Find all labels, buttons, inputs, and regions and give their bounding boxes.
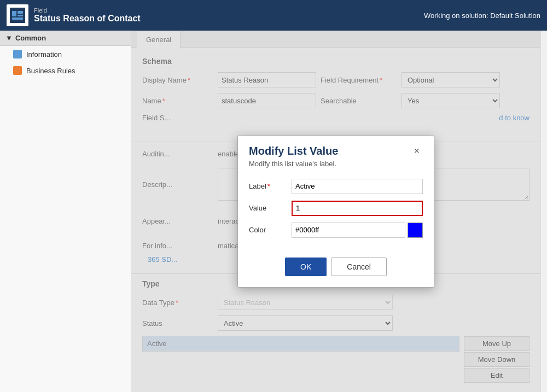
scrollbar[interactable] [540,31,547,392]
sidebar-item-business-rules[interactable]: Business Rules [0,62,131,79]
header-sub-title: Field [34,7,141,14]
sidebar: ▼ Common Information Business Rules [0,31,131,392]
dialog-label-input[interactable] [292,179,423,194]
dialog-color-row: Color [249,223,423,238]
dialog-label-field-label: Label* [249,182,287,190]
info-icon [13,50,22,58]
dialog-value-input[interactable] [292,201,423,216]
dialog-header: Modify List Value × [238,136,434,160]
header-solution-label: Working on solution: Default Solution [424,11,540,20]
dialog-body: Label* Value Color [238,177,434,253]
header-title-area: Field Status Reason of Contact [34,7,141,24]
dialog-value-row: Value [249,201,423,216]
sidebar-section-label: Common [15,34,46,42]
chevron-icon: ▼ [5,34,13,42]
dialog-color-field-label: Color [249,226,287,234]
header-main-title: Status Reason of Contact [34,14,141,24]
sidebar-item-information-label: Information [26,50,62,58]
cancel-button[interactable]: Cancel [331,258,387,276]
color-input-wrap [292,223,423,238]
sidebar-section-common: ▼ Common Information Business Rules [0,31,131,79]
dialog-label-row: Label* [249,179,423,194]
color-swatch[interactable] [408,223,423,238]
dialog-value-field-label: Value [249,204,287,212]
dialog-subtitle: Modify this list value's label. [238,160,434,177]
dialog-footer: OK Cancel [238,253,434,287]
dialog-close-button[interactable]: × [410,145,423,157]
app-icon [7,4,28,26]
svg-rect-2 [18,11,23,14]
svg-rect-1 [12,11,16,16]
svg-rect-3 [18,15,23,16]
ok-button[interactable]: OK [285,258,327,276]
color-text-input[interactable] [292,223,405,238]
content-area: General Schema Display Name* Field Requi… [131,31,540,392]
rules-icon [13,66,22,75]
modify-list-dialog: Modify List Value × Modify this list val… [237,136,434,288]
dialog-overlay: Modify List Value × Modify this list val… [131,31,540,392]
sidebar-section-header: ▼ Common [0,31,131,46]
dialog-title: Modify List Value [249,145,338,157]
app-header: Field Status Reason of Contact Working o… [0,0,547,31]
svg-rect-4 [12,17,23,20]
sidebar-item-information[interactable]: Information [0,46,131,62]
sidebar-item-business-rules-label: Business Rules [26,67,75,75]
